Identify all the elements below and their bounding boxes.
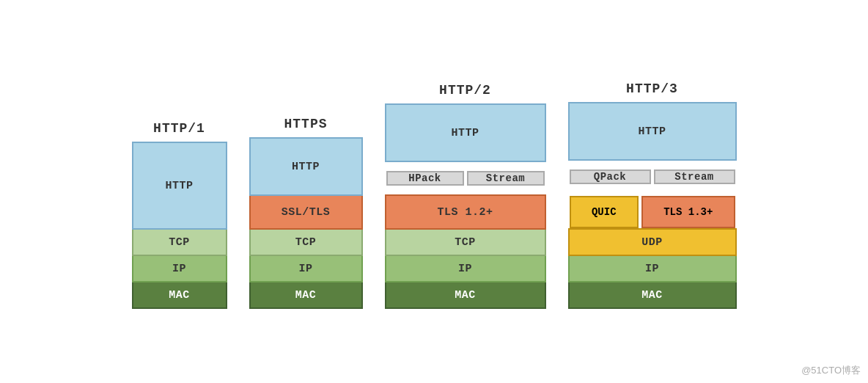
https-tcp-layer: TCP [249, 228, 363, 256]
http1-http-layer: HTTP [132, 142, 227, 230]
http3-udp-layer: UDP [568, 228, 737, 256]
http2-title: HTTP/2 [439, 83, 491, 98]
https-layers: MAC IP TCP SSL/TLS HTTP [249, 139, 363, 309]
https-ssl-layer: SSL/TLS [249, 194, 363, 230]
http1-title: HTTP/1 [153, 121, 205, 136]
https-http-layer: HTTP [249, 137, 363, 196]
http2-tls-layer: TLS 1.2+ [385, 194, 546, 230]
http3-quic-layer: QUIC [570, 196, 639, 228]
watermark: @51CTO博客 [801, 364, 861, 377]
http2-layers: MAC IP TCP TLS 1.2+ HPack Stream HTTP [385, 105, 546, 309]
http1-layers: MAC IP TCP HTTP [132, 143, 227, 309]
http3-ip-layer: IP [568, 255, 737, 282]
https-stack: HTTPS MAC IP TCP SSL/TLS HTTP [249, 117, 363, 309]
http1-ip-layer: IP [132, 255, 227, 282]
http3-title: HTTP/3 [626, 81, 678, 96]
http2-stack: HTTP/2 MAC IP TCP TLS 1.2+ HPack Stream … [385, 83, 546, 309]
http2-mid-layer: HPack Stream [385, 161, 546, 196]
http2-tcp-layer: TCP [385, 228, 546, 256]
http2-mac-layer: MAC [385, 281, 546, 309]
https-title: HTTPS [284, 117, 327, 131]
http3-mac-layer: MAC [568, 281, 737, 309]
http3-stream-layer: Stream [654, 169, 735, 184]
http1-stack: HTTP/1 MAC IP TCP HTTP [132, 121, 227, 309]
http3-http-layer: HTTP [568, 102, 737, 161]
https-mac-layer: MAC [249, 281, 363, 309]
http1-mac-layer: MAC [132, 281, 227, 309]
http3-mid-layer: QPack Stream [568, 159, 737, 194]
http2-hpack-layer: HPack [386, 171, 464, 186]
http2-stream-layer: Stream [467, 171, 545, 186]
http3-layers: MAC IP UDP QUIC TLS 1.3+ QPack Stream HT… [568, 103, 737, 309]
https-ip-layer: IP [249, 255, 363, 282]
http3-qpack-layer: QPack [570, 169, 651, 184]
http3-stack: HTTP/3 MAC IP UDP QUIC TLS 1.3+ QPack St… [568, 81, 737, 309]
http1-tcp-layer: TCP [132, 228, 227, 256]
http2-http-layer: HTTP [385, 103, 546, 162]
http2-ip-layer: IP [385, 255, 546, 282]
diagram: HTTP/1 MAC IP TCP HTTP HTTPS MAC IP TCP … [103, 59, 766, 324]
http3-quic-row: QUIC TLS 1.3+ [568, 194, 737, 230]
http3-tls-layer: TLS 1.3+ [641, 196, 735, 228]
